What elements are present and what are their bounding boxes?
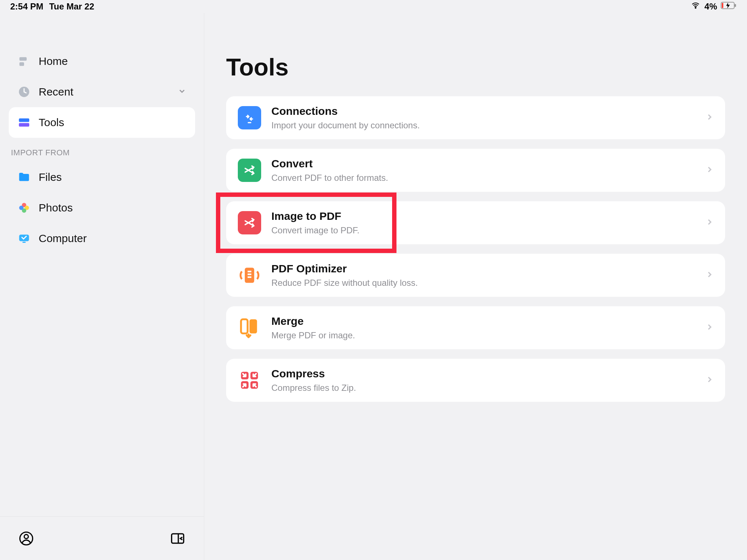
tool-subtitle: Compress files to Zip. bbox=[271, 383, 695, 393]
wifi-icon bbox=[690, 1, 701, 12]
convert-icon bbox=[238, 159, 261, 182]
sidebar-item-files[interactable]: Files bbox=[9, 162, 195, 192]
svg-point-12 bbox=[19, 206, 24, 210]
sidebar-item-label: Files bbox=[39, 171, 62, 183]
svg-rect-26 bbox=[249, 319, 257, 334]
chevron-right-icon bbox=[705, 112, 713, 124]
svg-point-16 bbox=[24, 534, 28, 538]
clock-icon bbox=[18, 85, 31, 98]
tool-title: PDF Optimizer bbox=[271, 262, 695, 275]
sidebar-item-tools[interactable]: Tools bbox=[9, 107, 195, 138]
tool-subtitle: Convert PDF to other formats. bbox=[271, 173, 695, 183]
svg-rect-8 bbox=[19, 123, 29, 127]
account-button[interactable] bbox=[18, 530, 35, 547]
sidebar-item-label: Computer bbox=[39, 232, 87, 245]
home-icon bbox=[18, 55, 31, 68]
sidebar-item-label: Photos bbox=[39, 202, 73, 214]
tool-title: Image to PDF bbox=[271, 210, 695, 222]
sidebar-item-label: Home bbox=[39, 55, 68, 67]
computer-icon bbox=[18, 232, 31, 245]
sidebar-item-recent[interactable]: Recent bbox=[9, 77, 195, 107]
tool-convert[interactable]: Convert Convert PDF to other formats. bbox=[226, 149, 725, 192]
tool-subtitle: Import your document by connections. bbox=[271, 120, 695, 131]
tool-merge[interactable]: Merge Merge PDF or image. bbox=[226, 306, 725, 349]
svg-rect-14 bbox=[23, 242, 26, 243]
chevron-right-icon bbox=[705, 269, 713, 281]
battery-icon bbox=[721, 1, 737, 12]
status-date: Tue Mar 22 bbox=[49, 1, 94, 12]
collapse-sidebar-button[interactable] bbox=[169, 530, 186, 547]
svg-rect-25 bbox=[241, 319, 248, 334]
sidebar-item-computer[interactable]: Computer bbox=[9, 223, 195, 254]
page-title: Tools bbox=[226, 53, 725, 81]
tools-icon bbox=[18, 116, 31, 129]
tool-subtitle: Reduce PDF size without quality loss. bbox=[271, 278, 695, 288]
tool-title: Compress bbox=[271, 368, 695, 380]
tool-title: Convert bbox=[271, 158, 695, 170]
tool-connections[interactable]: Connections Import your document by conn… bbox=[226, 96, 725, 139]
sidebar: Home Recent bbox=[0, 13, 204, 560]
tool-subtitle: Convert image to PDF. bbox=[271, 225, 695, 236]
tool-title: Connections bbox=[271, 105, 695, 117]
tool-image-to-pdf[interactable]: Image to PDF Convert image to PDF. bbox=[226, 201, 725, 244]
folder-icon bbox=[18, 171, 31, 184]
sidebar-item-home[interactable]: Home bbox=[9, 46, 195, 77]
sidebar-bottom bbox=[0, 516, 204, 560]
status-time: 2:54 PM bbox=[10, 1, 43, 12]
chevron-right-icon bbox=[705, 164, 713, 176]
tool-subtitle: Merge PDF or image. bbox=[271, 330, 695, 341]
svg-rect-5 bbox=[19, 62, 24, 66]
svg-rect-20 bbox=[248, 122, 251, 123]
chevron-right-icon bbox=[705, 322, 713, 334]
image-to-pdf-icon bbox=[238, 211, 261, 234]
sidebar-item-photos[interactable]: Photos bbox=[9, 192, 195, 223]
optimizer-icon bbox=[238, 264, 261, 287]
chevron-right-icon bbox=[705, 374, 713, 386]
compress-icon bbox=[238, 369, 261, 392]
svg-rect-7 bbox=[19, 118, 29, 122]
sidebar-item-label: Recent bbox=[39, 86, 73, 98]
sidebar-item-label: Tools bbox=[39, 116, 64, 129]
merge-icon bbox=[238, 316, 261, 339]
chevron-down-icon bbox=[178, 86, 186, 98]
photos-icon bbox=[18, 201, 31, 214]
status-bar: 2:54 PM Tue Mar 22 4% bbox=[0, 0, 747, 13]
sidebar-section-label: IMPORT FROM bbox=[9, 138, 195, 162]
tool-title: Merge bbox=[271, 315, 695, 327]
svg-rect-17 bbox=[172, 534, 184, 543]
svg-rect-4 bbox=[19, 57, 27, 61]
main-content: Tools Connections Import your document b… bbox=[204, 13, 747, 560]
tool-compress[interactable]: Compress Compress files to Zip. bbox=[226, 359, 725, 402]
svg-rect-3 bbox=[722, 3, 723, 8]
svg-rect-21 bbox=[245, 268, 254, 283]
svg-point-0 bbox=[695, 7, 696, 8]
tool-pdf-optimizer[interactable]: PDF Optimizer Reduce PDF size without qu… bbox=[226, 254, 725, 297]
svg-rect-2 bbox=[735, 4, 736, 7]
chevron-right-icon bbox=[705, 217, 713, 229]
battery-percent: 4% bbox=[704, 1, 717, 12]
connections-icon bbox=[238, 106, 261, 129]
